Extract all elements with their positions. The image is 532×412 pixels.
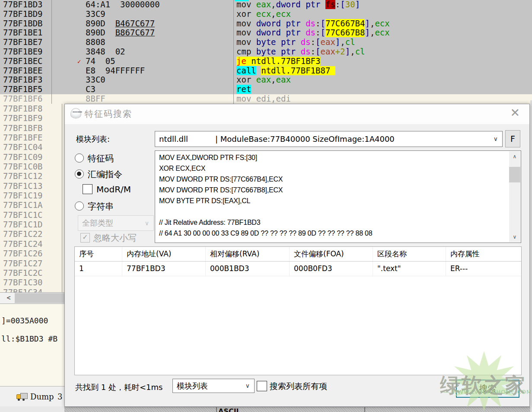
disasm-row[interactable]: 77BF1BF68BFFmov edi,edi (0, 94, 532, 104)
dump-tab-bar[interactable]: Dump 3 (0, 386, 64, 406)
scroll-down-button[interactable]: ∨ (509, 232, 520, 242)
address-item[interactable]: 77BF1C1A (0, 200, 64, 210)
checkbox-modrm-label[interactable]: ModR/M (96, 184, 131, 195)
address-item[interactable]: 77BF1C0B (0, 162, 64, 171)
disasm-row[interactable]: 77BF1BEEE8 94FFFFFFcall ntdll.77BF1B87 (0, 66, 532, 76)
radio-assembly-label[interactable]: 汇编指令 (88, 169, 122, 180)
disasm-address: 77BF1BD9 (0, 10, 51, 19)
radio-signature-label[interactable]: 特征码 (88, 153, 114, 164)
op-token: : (311, 47, 315, 56)
scrollbar-thumb[interactable] (15, 293, 64, 303)
scroll-left-button[interactable]: < (3, 294, 14, 303)
close-icon[interactable]: ✕ (510, 106, 520, 119)
op-token: mov (236, 19, 256, 28)
disasm-row[interactable]: 77BF1BE93848 02cmp byte ptr ds:[eax+2],c… (0, 47, 532, 57)
type-combo-value: 全部类型 (82, 216, 140, 230)
address-item[interactable]: 77BF1C09 (0, 152, 64, 162)
chevron-down-icon[interactable]: ∨ (494, 131, 498, 147)
address-item[interactable]: 77BF1C1C (0, 210, 64, 220)
op-token: : (311, 38, 315, 47)
disasm-bytes: E8 94FFFFFF (51, 66, 233, 76)
address-item[interactable]: 77BF1C1D (0, 220, 64, 229)
table-header-cell[interactable]: 区段名称 (373, 247, 446, 261)
op-token: xor (236, 10, 256, 19)
module-combo[interactable]: ntdll.dll | ModuleBase:77B40000 SizeOfIm… (155, 131, 503, 147)
op-token: [ (315, 47, 320, 56)
table-header-cell[interactable]: 相对偏移(RVA) (206, 247, 290, 261)
address-item[interactable]: 77BF1BF8 (0, 104, 64, 113)
address-item[interactable]: 77BF1C27 (0, 259, 64, 268)
disassembly-view: 77BF1BD364:A1 30000000mov eax,dword ptr … (0, 0, 532, 104)
header-divider (216, 407, 217, 412)
results-table: 序号内存地址(VA)相对偏移(RVA)文件偏移(FOA)区段名称内存属性177B… (74, 246, 522, 375)
checkbox-search-all-label[interactable]: 搜索列表所有项 (270, 381, 327, 392)
scope-combo[interactable]: 模块列表 ∨ (172, 379, 255, 393)
address-item[interactable]: 77BF1C24 (0, 239, 64, 249)
address-item[interactable]: 77BF1C19 (0, 191, 64, 200)
chevron-down-icon: ∨ (145, 216, 149, 230)
table-header-cell[interactable]: 内存地址(VA) (122, 247, 206, 261)
disasm-address: 77BF1BF5 (0, 85, 51, 94)
address-item[interactable]: 77BF1BF9 (0, 113, 64, 123)
address-item[interactable]: 77BF1C26 (0, 249, 64, 258)
op-token: xor (236, 75, 256, 84)
address-item[interactable]: 77BF1C34 (0, 287, 64, 292)
op-token: , (271, 75, 276, 84)
address-item[interactable]: 77BF1C2C (0, 268, 64, 278)
byte-segment: 74 05 (86, 57, 115, 66)
radio-string-label[interactable]: 字符串 (88, 201, 114, 212)
address-item[interactable]: 77BF1BFE (0, 133, 64, 142)
tab-dump-label[interactable]: Dump (30, 392, 54, 401)
address-item[interactable]: 77BF1C22 (0, 229, 64, 239)
checkbox-modrm[interactable] (83, 184, 92, 194)
truck-icon (16, 393, 28, 401)
byte-segment: 33C9 (86, 10, 105, 19)
op-token: byte ptr (256, 47, 301, 56)
disasm-row[interactable]: 77BF1BE78808mov byte ptr ds:[eax],cl (0, 38, 532, 47)
editor-line: MOV EAX,DWORD PTR FS:[30] (159, 152, 508, 163)
disasm-row[interactable]: 77BF1BD364:A1 30000000mov eax,dword ptr … (0, 0, 532, 10)
disasm-instruction: mov edi,edi (233, 94, 532, 104)
dialog-titlebar[interactable]: 特征码搜索 ✕ (65, 104, 529, 124)
table-header-cell[interactable]: 序号 (75, 247, 122, 261)
disasm-rows: 77BF1BD364:A1 30000000mov eax,dword ptr … (0, 0, 532, 104)
address-item[interactable]: 77BF1C30 (0, 278, 64, 287)
table-row[interactable]: 177BF1BD3000B1BD3000B0FD3".text"ER--- (75, 262, 521, 276)
op-token: call (236, 66, 256, 75)
scroll-up-button[interactable]: ∧ (509, 151, 520, 162)
op-token: mov edi,edi (236, 94, 291, 103)
disasm-row[interactable]: 77BF1BD933C9xor ecx,ecx (0, 10, 532, 19)
op-token (256, 66, 261, 75)
disasm-address: 77BF1BE7 (0, 38, 51, 47)
horizontal-scrollbar[interactable]: < (0, 292, 64, 304)
editor-scrollbar[interactable]: ∧ ∨ (509, 151, 520, 242)
op-token: , (370, 19, 375, 28)
tab-dump-number[interactable]: 3 (57, 392, 62, 401)
follow-button[interactable]: F (505, 130, 520, 147)
disasm-bytes: 33C0 (51, 75, 233, 85)
editor-line (159, 206, 508, 217)
address-item[interactable]: 77BF1C13 (0, 181, 64, 191)
search-button[interactable]: 搜索 (456, 380, 519, 398)
disasm-instruction: mov eax,dword ptr fs:[30] (233, 0, 532, 10)
table-header-cell[interactable]: 文件偏移(FOA) (290, 247, 373, 261)
address-item[interactable]: 77BF1C04 (0, 142, 64, 152)
table-header-cell[interactable]: 内存属性 (446, 247, 522, 261)
scrollbar-thumb[interactable] (509, 167, 520, 182)
chevron-down-icon[interactable]: ∨ (245, 379, 250, 393)
disasm-row[interactable]: 77BF1BF333C0xor eax,eax (0, 75, 532, 85)
disasm-row[interactable]: 77BF1BEC✓74 05je ntdll.77BF1BF3 (0, 57, 532, 66)
op-token: ds (301, 47, 311, 56)
pattern-editor[interactable]: MOV EAX,DWORD PTR FS:[30]XOR ECX,ECXMOV … (155, 150, 521, 243)
radio-string[interactable] (75, 201, 84, 211)
address-item[interactable]: 77BF1BFB (0, 123, 64, 133)
disasm-row[interactable]: 77BF1BDB890D B467C677mov dword ptr ds:[7… (0, 19, 532, 29)
radio-assembly[interactable] (75, 169, 84, 179)
address-item[interactable]: 77BF1C12 (0, 171, 64, 181)
byte-segment: 890D (86, 19, 115, 28)
checkbox-search-all[interactable] (257, 381, 267, 391)
disasm-row[interactable]: 77BF1BE1890D B867C677mov dword ptr ds:[7… (0, 28, 532, 38)
radio-signature[interactable] (75, 153, 84, 163)
op-token: [ (340, 0, 345, 9)
disasm-row[interactable]: 77BF1BF5C3ret (0, 85, 532, 94)
